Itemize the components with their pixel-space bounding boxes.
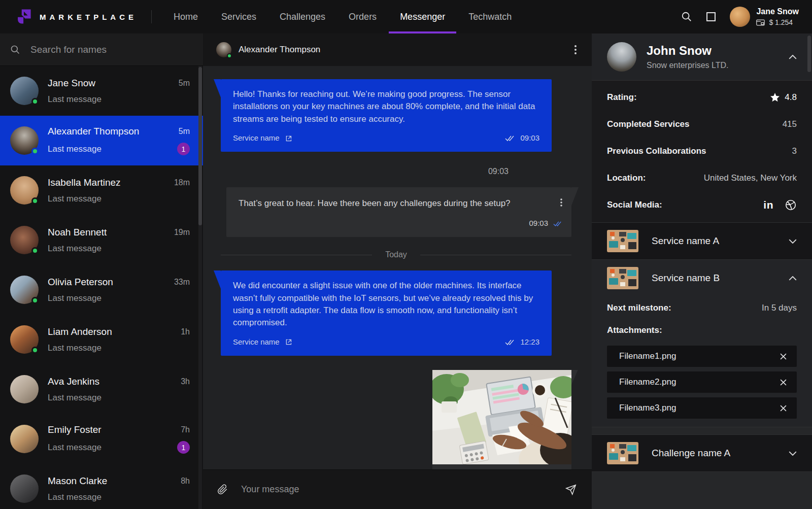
user-name: Jane Snow <box>756 7 799 16</box>
rating-label: Rating: <box>607 92 637 103</box>
conversation-time: 19m <box>174 228 190 237</box>
search-input[interactable] <box>30 44 193 55</box>
online-status-dot <box>31 197 39 205</box>
marketplace-logo[interactable]: MARKETPLACE <box>15 8 137 25</box>
chat-options-icon[interactable] <box>574 45 577 54</box>
previous-collaborations-label: Previous Collaborations <box>607 146 706 156</box>
completed-services-label: Completed Services <box>607 119 690 129</box>
message-time: 12:23 <box>520 336 539 348</box>
user-balance: $ 1.254 <box>756 18 799 26</box>
linkedin-icon[interactable]: in <box>763 199 773 211</box>
rating-row: Rating: 4.8 <box>607 84 797 111</box>
message-time: 09:03 <box>529 218 548 229</box>
conversation-preview: Last message <box>48 94 101 105</box>
outgoing-image-message[interactable]: 09:03 <box>432 370 571 469</box>
service-link[interactable]: Service name <box>233 336 292 348</box>
nav-messenger[interactable]: Messenger <box>388 0 457 33</box>
previous-collaborations-value: 3 <box>792 146 797 156</box>
conversation-time: 1h <box>181 327 190 336</box>
message-text: We did encounter a slight issue with one… <box>233 280 539 329</box>
sidebar-scrollbar[interactable] <box>198 66 202 509</box>
conversation-emily-foster[interactable]: Emily Foster7h Last message1 <box>0 414 203 464</box>
challenge-a-title: Challenge name A <box>652 448 730 459</box>
nav-services[interactable]: Services <box>210 0 268 33</box>
chevron-up-icon[interactable] <box>789 55 797 59</box>
profile-header: John Snow Snow enterprises LTD. <box>592 33 812 80</box>
attachment-filename: Filename1.png <box>619 351 676 361</box>
remove-attachment-icon[interactable] <box>780 405 787 412</box>
day-divider-label: Today <box>385 250 407 259</box>
conversation-time: 8h <box>181 477 190 486</box>
panel-scrollbar-thumb[interactable] <box>807 36 811 72</box>
online-status-dot <box>31 148 39 155</box>
dribbble-icon[interactable] <box>785 199 797 211</box>
attached-photo <box>432 370 571 464</box>
message-options-icon[interactable] <box>560 198 562 207</box>
chevron-up-icon[interactable] <box>789 276 797 281</box>
service-link[interactable]: Service name <box>233 132 292 144</box>
nav-techwatch[interactable]: Techwatch <box>457 0 523 33</box>
challenge-thumbnail <box>607 442 638 464</box>
topbar-divider <box>151 10 152 23</box>
avatar <box>10 375 39 403</box>
conversation-name: Isabella Martinez <box>48 177 121 188</box>
conversation-time: 33m <box>174 278 190 287</box>
completed-services-value: 415 <box>783 119 797 129</box>
outgoing-message: That’s great to hear. Have there been an… <box>226 187 571 237</box>
external-link-icon <box>285 134 292 142</box>
online-status-dot <box>227 53 232 58</box>
conversation-preview: Last message <box>48 244 101 254</box>
conversation-mason-clarke[interactable]: Mason Clarke8h Last message <box>0 464 203 509</box>
chevron-down-icon[interactable] <box>789 451 797 456</box>
message-timestamp: 09:03 <box>488 167 509 176</box>
window-icon[interactable] <box>706 12 716 21</box>
send-icon[interactable] <box>565 484 577 495</box>
profile-stats: Rating: 4.8 Completed Services 415 Previ… <box>592 80 812 223</box>
conversation-olivia-peterson[interactable]: Olivia Peterson33m Last message <box>0 265 203 315</box>
nav-home[interactable]: Home <box>162 0 210 33</box>
unread-badge: 1 <box>177 143 190 155</box>
read-receipt-icon <box>505 338 515 346</box>
unread-badge: 1 <box>177 441 190 454</box>
day-divider: Today <box>221 250 571 259</box>
user-meta: Jane Snow $ 1.254 <box>756 7 799 26</box>
attachment-item[interactable]: Filename2.png <box>607 371 797 393</box>
conversation-list: Jane Snow5m Last message Alexander Thomp… <box>0 66 203 509</box>
conversation-preview: Last message <box>48 144 101 154</box>
nav-orders[interactable]: Orders <box>337 0 388 33</box>
search-icon[interactable] <box>681 11 692 22</box>
attachment-icon[interactable] <box>217 484 228 495</box>
profile-company: Snow enterprises LTD. <box>647 61 729 70</box>
attachment-item[interactable]: Filename3.png <box>607 397 797 419</box>
conversation-time: 5m <box>179 79 190 88</box>
conversation-noah-bennett[interactable]: Noah Bennett19m Last message <box>0 215 203 265</box>
chevron-down-icon[interactable] <box>789 239 797 244</box>
attachment-item[interactable]: Filename1.png <box>607 346 797 367</box>
service-thumbnail <box>607 230 638 252</box>
message-time: 09:03 <box>520 132 539 144</box>
conversation-isabella-martinez[interactable]: Isabella Martinez18m Last message <box>0 165 203 215</box>
remove-attachment-icon[interactable] <box>780 379 787 386</box>
conversation-ava-jenkins[interactable]: Ava Jenkins3h Last message <box>0 364 203 414</box>
conversation-liam-anderson[interactable]: Liam Anderson1h Last message <box>0 315 203 364</box>
nav-challenges[interactable]: Challenges <box>268 0 337 33</box>
attachment-filename: Filename2.png <box>619 377 676 387</box>
service-link-label: Service name <box>233 132 280 144</box>
sidebar-scrollbar-thumb[interactable] <box>198 67 202 225</box>
social-media-label: Social Media: <box>607 200 662 210</box>
remove-attachment-icon[interactable] <box>780 353 787 360</box>
service-thumbnail <box>607 267 638 289</box>
service-a-accordion[interactable]: Service name A <box>592 223 812 260</box>
location-row: Location: United States, New York <box>607 164 797 191</box>
read-receipt-icon <box>553 220 562 227</box>
message-input[interactable] <box>241 484 552 495</box>
social-media-row: Social Media: in <box>607 191 797 218</box>
avatar <box>10 425 39 453</box>
conversation-name: Ava Jenkins <box>48 376 99 387</box>
rating-value: 4.8 <box>785 92 797 103</box>
challenge-a-accordion[interactable]: Challenge name A <box>592 434 812 472</box>
service-b-accordion[interactable]: Service name B <box>592 260 812 296</box>
conversation-alexander-thompson[interactable]: Alexander Thompson5m Last message1 <box>0 116 203 165</box>
user-menu[interactable]: Jane Snow $ 1.254 <box>730 7 799 27</box>
conversation-jane-snow[interactable]: Jane Snow5m Last message <box>0 66 203 116</box>
